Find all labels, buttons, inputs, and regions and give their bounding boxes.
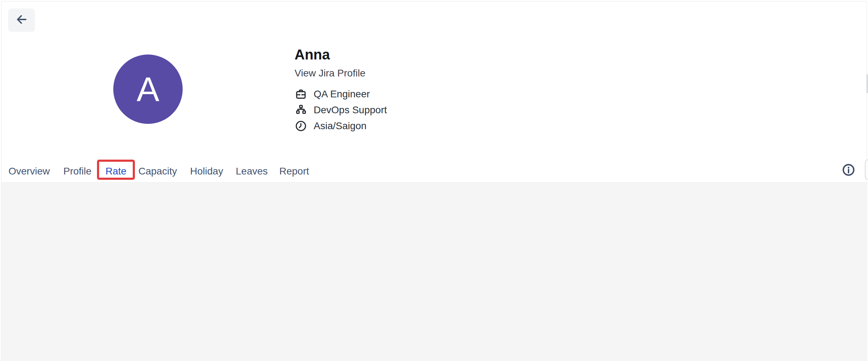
avatar-letter: A	[137, 70, 159, 109]
info-icon	[842, 163, 855, 178]
detail-row-role: QA Engineer	[295, 88, 387, 101]
detail-row-timezone: Asia/Saigon	[295, 120, 387, 132]
detail-row-team: DevOps Support	[295, 104, 387, 116]
info-button[interactable]	[841, 164, 856, 178]
sitemap-icon	[295, 104, 307, 116]
tab-capacity[interactable]: Capacity	[138, 166, 177, 177]
content-background: RESOURCE RATES Create resource rate From…	[1, 182, 867, 361]
profile-details: QA Engineer DevOps Support	[295, 88, 387, 132]
clock-icon	[295, 120, 307, 132]
tab-overview[interactable]: Overview	[8, 166, 50, 177]
timezone-text: Asia/Saigon	[314, 120, 366, 132]
tab-rate[interactable]: Rate	[105, 166, 126, 177]
page-title: Anna	[295, 46, 387, 63]
tab-report[interactable]: Report	[279, 166, 309, 177]
scrollbar-thumb[interactable]	[867, 74, 868, 93]
role-text: QA Engineer	[314, 88, 370, 100]
team-text: DevOps Support	[314, 104, 387, 116]
clipped-side-element	[865, 159, 868, 180]
briefcase-icon	[295, 88, 307, 101]
tab-holiday[interactable]: Holiday	[190, 166, 223, 177]
profile-info: Anna View Jira Profile QA Engineer	[295, 46, 387, 132]
arrow-left-icon	[15, 13, 28, 28]
app-panel: A Anna View Jira Profile QA Engineer	[1, 1, 867, 361]
tab-profile[interactable]: Profile	[63, 166, 91, 177]
avatar: A	[113, 55, 183, 124]
back-button[interactable]	[8, 8, 35, 32]
view-jira-profile-link[interactable]: View Jira Profile	[295, 67, 387, 79]
tab-leaves[interactable]: Leaves	[236, 166, 268, 177]
tab-bar: Overview Profile Rate Capacity Holiday L…	[1, 161, 867, 183]
